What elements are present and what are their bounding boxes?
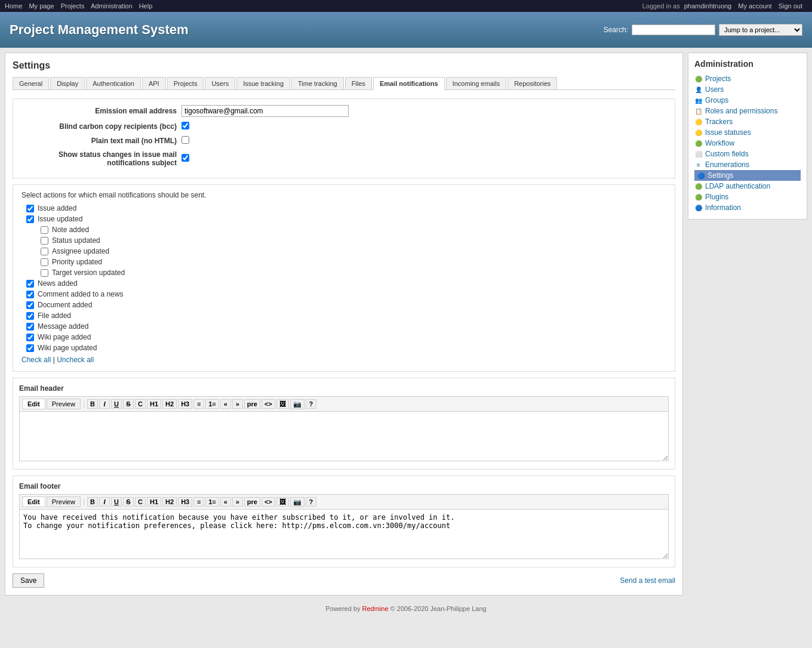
message-added-checkbox[interactable] bbox=[26, 323, 34, 331]
uncheck-all-link[interactable]: Uncheck all bbox=[57, 356, 94, 364]
nav-help[interactable]: Help bbox=[139, 2, 153, 10]
email-footer-textarea[interactable]: You have received this notification beca… bbox=[19, 509, 669, 559]
header-inline-code-btn[interactable]: <> bbox=[262, 399, 275, 409]
header-ol-btn[interactable]: 1≡ bbox=[205, 399, 219, 409]
nav-mypage[interactable]: My page bbox=[29, 2, 54, 10]
nav-projects[interactable]: Projects bbox=[61, 2, 85, 10]
tab-issue-tracking[interactable]: Issue tracking bbox=[236, 77, 290, 90]
footer-h2-btn[interactable]: H2 bbox=[162, 497, 177, 507]
footer-bold-btn[interactable]: B bbox=[87, 497, 98, 507]
footer-inline-code-btn[interactable]: <> bbox=[262, 497, 275, 507]
plain-text-checkbox[interactable] bbox=[182, 136, 189, 144]
tab-files[interactable]: Files bbox=[345, 77, 372, 90]
sidebar-item-users[interactable]: 👤 Users bbox=[694, 84, 801, 95]
sidebar-item-roles-permissions[interactable]: 📋 Roles and permissions bbox=[694, 106, 801, 116]
tab-time-tracking[interactable]: Time tracking bbox=[291, 77, 344, 90]
sidebar-item-custom-fields[interactable]: ⬜ Custom fields bbox=[694, 149, 801, 159]
tab-users[interactable]: Users bbox=[205, 77, 235, 90]
sidebar-item-settings[interactable]: 🔵 Settings bbox=[694, 170, 801, 181]
sidebar-item-enumerations[interactable]: ≡ Enumerations bbox=[694, 159, 801, 170]
header-edit-tab[interactable]: Edit bbox=[22, 399, 45, 409]
note-added-checkbox[interactable] bbox=[41, 226, 48, 234]
username-link[interactable]: phamdinhtruong bbox=[684, 2, 732, 10]
wiki-page-updated-checkbox[interactable] bbox=[26, 344, 34, 352]
footer-edit-tab[interactable]: Edit bbox=[22, 496, 45, 507]
status-changes-checkbox[interactable] bbox=[182, 154, 189, 162]
file-added-checkbox[interactable] bbox=[26, 312, 34, 320]
footer-preview-tab[interactable]: Preview bbox=[47, 496, 81, 507]
footer-help-btn[interactable]: ? bbox=[306, 497, 316, 507]
jump-to-project-select[interactable]: Jump to a project... bbox=[719, 24, 802, 36]
news-added-checkbox[interactable] bbox=[26, 280, 34, 288]
footer-h3-btn[interactable]: H3 bbox=[178, 497, 192, 507]
email-header-textarea[interactable] bbox=[19, 411, 669, 461]
tab-authentication[interactable]: Authentication bbox=[86, 77, 141, 90]
header-h3-btn[interactable]: H3 bbox=[178, 399, 192, 409]
header-italic-btn[interactable]: I bbox=[99, 399, 110, 409]
nav-home[interactable]: Home bbox=[5, 2, 22, 10]
nav-administration[interactable]: Administration bbox=[91, 2, 133, 10]
search-input[interactable] bbox=[632, 24, 715, 35]
header-h1-btn[interactable]: H1 bbox=[147, 399, 161, 409]
footer-h1-btn[interactable]: H1 bbox=[147, 497, 161, 507]
header-help-btn[interactable]: ? bbox=[306, 399, 316, 409]
tab-general[interactable]: General bbox=[13, 77, 49, 90]
footer-ul-btn[interactable]: ≡ bbox=[193, 497, 204, 507]
header-pre-btn[interactable]: pre bbox=[244, 399, 260, 409]
footer-strike-btn[interactable]: S bbox=[123, 497, 134, 507]
status-updated-checkbox[interactable] bbox=[41, 237, 48, 245]
emission-email-input[interactable] bbox=[182, 105, 349, 117]
wiki-page-added-checkbox[interactable] bbox=[26, 334, 34, 341]
sidebar-item-groups[interactable]: 👥 Groups bbox=[694, 95, 801, 106]
footer-blockquote-btn[interactable]: « bbox=[220, 497, 231, 507]
sign-out-link[interactable]: Sign out bbox=[779, 2, 802, 10]
header-code-btn[interactable]: C bbox=[135, 399, 146, 409]
footer-unblockquote-btn[interactable]: » bbox=[232, 497, 243, 507]
footer-underline-btn[interactable]: U bbox=[111, 497, 122, 507]
tab-repositories[interactable]: Repositories bbox=[508, 77, 557, 90]
save-button[interactable]: Save bbox=[13, 573, 44, 588]
header-strike-btn[interactable]: S bbox=[123, 399, 134, 409]
bcc-checkbox[interactable] bbox=[182, 122, 189, 129]
header-blockquote-btn[interactable]: « bbox=[220, 399, 231, 409]
header-bold-btn[interactable]: B bbox=[87, 399, 98, 409]
header-link-btn[interactable]: 📷 bbox=[290, 399, 304, 409]
tab-api[interactable]: API bbox=[142, 77, 166, 90]
footer-pre-btn[interactable]: pre bbox=[244, 497, 260, 507]
sidebar-item-workflow[interactable]: 🟢 Workflow bbox=[694, 138, 801, 149]
tab-email-notifications[interactable]: Email notifications bbox=[373, 77, 445, 90]
header-ul-btn[interactable]: ≡ bbox=[193, 399, 204, 409]
priority-updated-checkbox[interactable] bbox=[41, 258, 48, 266]
sidebar-item-projects[interactable]: 🟢 Projects bbox=[694, 73, 801, 84]
sidebar-enumerations-label: Enumerations bbox=[705, 161, 749, 169]
assignee-updated-checkbox[interactable] bbox=[41, 248, 48, 255]
footer-ol-btn[interactable]: 1≡ bbox=[205, 497, 219, 507]
send-test-email-link[interactable]: Send a test email bbox=[620, 576, 675, 585]
header-preview-tab[interactable]: Preview bbox=[47, 399, 81, 409]
header-underline-btn[interactable]: U bbox=[111, 399, 122, 409]
sidebar-item-ldap-authentication[interactable]: 🟢 LDAP authentication bbox=[694, 181, 801, 192]
checkbox-priority-updated: Priority updated bbox=[41, 258, 666, 266]
footer-italic-btn[interactable]: I bbox=[99, 497, 110, 507]
target-version-updated-checkbox[interactable] bbox=[41, 269, 48, 277]
footer-image-btn[interactable]: 🖼 bbox=[276, 497, 289, 507]
footer-code-btn[interactable]: C bbox=[135, 497, 146, 507]
header-unblockquote-btn[interactable]: » bbox=[232, 399, 243, 409]
comment-added-news-checkbox[interactable] bbox=[26, 291, 34, 298]
footer-link-btn[interactable]: 📷 bbox=[290, 497, 304, 507]
header-h2-btn[interactable]: H2 bbox=[162, 399, 177, 409]
sidebar-item-issue-statuses[interactable]: 🟡 Issue statuses bbox=[694, 127, 801, 138]
tab-incoming-emails[interactable]: Incoming emails bbox=[446, 77, 506, 90]
my-account-link[interactable]: My account bbox=[738, 2, 771, 10]
tab-display[interactable]: Display bbox=[50, 77, 85, 90]
issue-updated-checkbox[interactable] bbox=[26, 215, 34, 223]
sidebar-item-plugins[interactable]: 🟢 Plugins bbox=[694, 192, 801, 202]
header-image-btn[interactable]: 🖼 bbox=[276, 399, 289, 409]
issue-added-checkbox[interactable] bbox=[26, 205, 34, 212]
sidebar-item-information[interactable]: 🔵 Information bbox=[694, 202, 801, 213]
document-added-checkbox[interactable] bbox=[26, 301, 34, 309]
check-all-link[interactable]: Check all bbox=[21, 356, 51, 364]
footer-brand-link[interactable]: Redmine bbox=[362, 605, 389, 612]
sidebar-item-trackers[interactable]: 🟡 Trackers bbox=[694, 116, 801, 127]
tab-projects[interactable]: Projects bbox=[167, 77, 204, 90]
